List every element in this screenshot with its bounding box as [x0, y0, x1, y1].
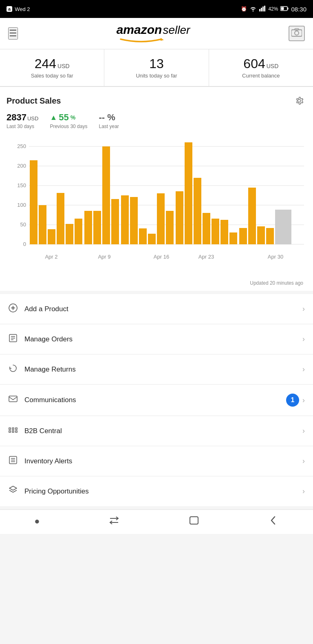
- svg-rect-49: [266, 228, 274, 244]
- sales-metrics: 2837USD Last 30 days ▲ 55% Previous 30 d…: [7, 112, 306, 129]
- manage-orders-icon: [8, 333, 18, 345]
- menu-manage-orders-right: ›: [302, 335, 305, 343]
- svg-rect-50: [275, 210, 291, 244]
- add-product-icon: [8, 303, 18, 315]
- svg-rect-24: [39, 205, 46, 244]
- svg-rect-35: [139, 228, 147, 244]
- svg-rect-28: [75, 219, 82, 244]
- camera-button[interactable]: [289, 26, 305, 41]
- alarm-icon: ⏰: [241, 6, 247, 12]
- chevron-right-icon: ›: [302, 487, 305, 496]
- back-nav-button[interactable]: [268, 516, 279, 526]
- svg-rect-25: [48, 229, 55, 244]
- svg-rect-32: [111, 199, 119, 244]
- add-product-label: Add a Product: [24, 305, 68, 313]
- pricing-icon: [8, 485, 18, 497]
- svg-rect-37: [157, 193, 165, 244]
- svg-rect-31: [102, 146, 110, 244]
- svg-rect-39: [176, 191, 183, 244]
- svg-rect-62: [9, 428, 11, 429]
- svg-rect-43: [212, 219, 219, 244]
- svg-text:Apr 2: Apr 2: [45, 254, 57, 260]
- svg-rect-46: [239, 228, 247, 244]
- app-header: ☰ amazon seller: [0, 18, 313, 49]
- svg-rect-74: [190, 517, 198, 524]
- units-label: Units today so far: [109, 73, 203, 79]
- svg-text:250: 250: [17, 143, 26, 149]
- svg-rect-38: [166, 211, 174, 244]
- svg-rect-26: [57, 193, 64, 244]
- menu-communications-right: 1 ›: [286, 394, 305, 407]
- hamburger-button[interactable]: ☰: [8, 27, 18, 40]
- metric-total: 2837USD Last 30 days: [7, 112, 38, 129]
- settings-button[interactable]: [292, 93, 306, 108]
- svg-rect-34: [130, 197, 138, 244]
- switch-nav-button[interactable]: [108, 516, 120, 526]
- svg-rect-23: [30, 160, 37, 244]
- svg-rect-30: [93, 211, 101, 244]
- communications-label: Communications: [24, 396, 76, 404]
- menu-manage-returns[interactable]: Manage Returns ›: [0, 354, 313, 385]
- balance-label: Current balance: [214, 73, 308, 79]
- units-value: 13: [109, 57, 203, 71]
- svg-rect-48: [257, 226, 265, 244]
- chevron-right-icon: ›: [302, 335, 305, 343]
- b2b-icon: [8, 425, 18, 437]
- svg-text:0: 0: [23, 241, 26, 247]
- menu-communications[interactable]: Communications 1 ›: [0, 385, 313, 416]
- wifi-icon: [249, 6, 257, 13]
- amazon-logo-small: a: [7, 6, 12, 12]
- svg-rect-64: [15, 428, 17, 429]
- home-nav-button[interactable]: ●: [34, 516, 40, 527]
- pricing-label: Pricing Opportunities: [24, 487, 89, 496]
- menu-add-product[interactable]: Add a Product ›: [0, 294, 313, 324]
- svg-rect-5: [281, 7, 284, 10]
- manage-returns-icon: [8, 363, 18, 375]
- metric-pct-prev: ▲ 55% Previous 30 days: [50, 112, 87, 129]
- total-period: Last 30 days: [7, 124, 38, 129]
- menu-manage-returns-right: ›: [302, 365, 305, 374]
- communications-icon: [8, 394, 18, 406]
- svg-rect-27: [66, 224, 73, 244]
- svg-rect-29: [84, 211, 92, 244]
- menu-pricing-right: ›: [302, 487, 305, 496]
- svg-text:Apr 16: Apr 16: [154, 254, 169, 260]
- menu-b2b-left: B2B Central: [8, 425, 62, 437]
- menu-manage-orders[interactable]: Manage Orders ›: [0, 324, 313, 354]
- menu-b2b-central[interactable]: B2B Central ›: [0, 416, 313, 446]
- menu-inventory-right: ›: [302, 457, 305, 465]
- balance-value: 604USD: [214, 57, 308, 71]
- menu-b2b-right: ›: [302, 427, 305, 435]
- svg-rect-61: [9, 396, 17, 402]
- status-left: a Wed 2: [7, 6, 30, 12]
- recent-nav-button[interactable]: [189, 516, 199, 527]
- battery-icon: [280, 6, 289, 12]
- svg-text:Apr 30: Apr 30: [268, 254, 283, 260]
- svg-rect-66: [12, 431, 14, 432]
- stat-sales: 244USD Sales today so far: [0, 49, 104, 86]
- svg-rect-2: [262, 7, 264, 11]
- menu-pricing-opportunities[interactable]: Pricing Opportunities ›: [0, 476, 313, 506]
- inventory-label: Inventory Alerts: [24, 457, 72, 465]
- svg-rect-47: [248, 188, 256, 244]
- chevron-right-icon: ›: [302, 396, 305, 405]
- pct-year-label: Last year: [99, 124, 119, 129]
- svg-text:50: 50: [20, 221, 26, 228]
- status-date: Wed 2: [15, 6, 30, 12]
- svg-rect-45: [229, 232, 237, 244]
- svg-rect-67: [15, 431, 17, 432]
- pct-prev-value: ▲ 55%: [50, 112, 87, 123]
- menu-inventory-alerts[interactable]: Inventory Alerts ›: [0, 446, 313, 476]
- svg-rect-63: [12, 428, 14, 429]
- menu-manage-orders-left: Manage Orders: [8, 333, 73, 345]
- bottom-nav: ●: [0, 509, 313, 534]
- battery-pct: 42%: [268, 6, 278, 12]
- svg-text:200: 200: [17, 163, 26, 169]
- signal-icon: [259, 6, 266, 13]
- menu-manage-returns-left: Manage Returns: [8, 363, 76, 375]
- stat-balance: 604USD Current balance: [209, 49, 313, 86]
- chevron-right-icon: ›: [302, 457, 305, 465]
- svg-text:Apr 23: Apr 23: [198, 254, 214, 260]
- inventory-icon: [8, 455, 18, 467]
- chevron-right-icon: ›: [302, 305, 305, 313]
